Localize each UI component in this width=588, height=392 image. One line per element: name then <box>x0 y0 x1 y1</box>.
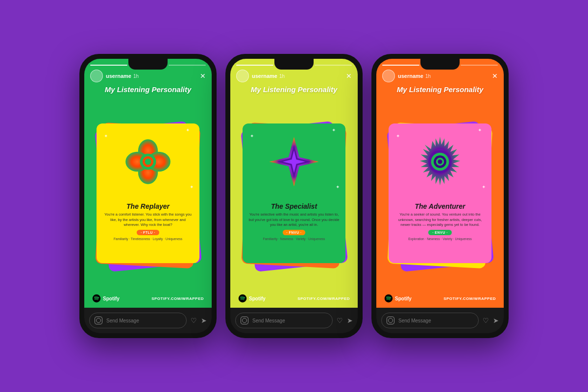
personality-traits-3: Exploration · Newness · Variety · Unique… <box>408 237 472 241</box>
progress-bar2-3 <box>315 65 352 66</box>
heart-icon-3[interactable]: ♡ <box>483 317 489 324</box>
spotify-footer-1: Spotify SPOTIFY.COM/WRAPPED <box>90 294 206 303</box>
personality-traits-2: Familiarity · Newness · Variety · Unique… <box>263 237 325 241</box>
spotify-label-2: Spotify <box>249 296 266 301</box>
spotify-logo-3: Spotify <box>384 294 412 303</box>
username-time-1: username 1h <box>106 73 197 79</box>
avatar-3 <box>382 70 395 82</box>
heart-icon-2[interactable]: ♡ <box>337 317 343 324</box>
spotify-icon-3 <box>384 294 393 303</box>
phone-bottom-1: Send Message ♡ ➤ <box>84 308 212 333</box>
story-username-2: username <box>252 73 277 79</box>
personality-desc-3: You're a seeker of sound. You venture ou… <box>394 212 486 228</box>
sparkle-7: ✦ <box>478 127 482 133</box>
avatar-1 <box>90 70 103 82</box>
personality-code-3: · ENVU · <box>428 230 451 235</box>
personality-name-1: The Replayer <box>126 202 170 210</box>
card-stack-1: ✦ ✦ ✦ <box>90 98 206 289</box>
phone-screen-2: username 1h ✕ My Listening Personality ✦… <box>230 59 358 333</box>
card-text-area-1: The Replayer You're a comfort listener. … <box>97 199 199 263</box>
story-area-2: username 1h ✕ My Listening Personality ✦… <box>230 59 358 308</box>
story-time-1: 1h <box>133 74 139 79</box>
personality-code-1: · FTLU · <box>137 230 159 235</box>
camera-icon-1 <box>95 317 102 324</box>
sparkle-6: ✦ <box>336 184 340 190</box>
sparkle-3: ✦ <box>190 184 194 190</box>
spotify-label-1: Spotify <box>103 296 120 301</box>
card-stack-2: ✦ ✦ ✦ <box>236 98 352 289</box>
personality-traits-1: Familiarity · Timelessness · Loyalty · U… <box>114 237 182 241</box>
burst-icon <box>413 135 467 189</box>
story-header-1: username 1h ✕ <box>90 70 206 82</box>
message-input-3[interactable]: Send Message <box>381 313 479 328</box>
card-front-2: ✦ ✦ ✦ <box>243 123 345 263</box>
progress-bar2-1 <box>236 65 273 66</box>
progress-bar3-3 <box>461 65 498 66</box>
story-area-1: username 1h ✕ My Listening Personality ✦… <box>84 59 212 308</box>
card-illustration-2: ✦ ✦ ✦ <box>243 123 345 199</box>
spotify-logo-1: Spotify <box>92 294 120 303</box>
phones-container: username 1h ✕ My Listening Personality ✦… <box>79 54 509 338</box>
sparkle-1: ✦ <box>186 127 190 133</box>
send-icon-3[interactable]: ➤ <box>493 317 499 324</box>
card-illustration-3: ✦ ✦ ✦ <box>389 123 491 199</box>
story-header-3: username 1h ✕ <box>382 70 498 82</box>
card-text-area-3: The Adventurer You're a seeker of sound.… <box>389 199 491 263</box>
spotify-icon-2 <box>238 294 247 303</box>
phone-3: username 1h ✕ My Listening Personality ✦… <box>371 54 509 338</box>
camera-icon-2 <box>241 317 248 324</box>
svg-point-17 <box>438 159 442 164</box>
send-icon-2[interactable]: ➤ <box>347 317 353 324</box>
message-input-2[interactable]: Send Message <box>235 313 333 328</box>
phone-screen-3: username 1h ✕ My Listening Personality ✦… <box>376 59 504 333</box>
spotify-url-2: SPOTIFY.COM/WRAPPED <box>297 296 350 301</box>
send-message-text-1: Send Message <box>106 318 181 323</box>
spotify-footer-2: Spotify SPOTIFY.COM/WRAPPED <box>236 294 352 303</box>
send-message-text-3: Send Message <box>398 318 473 323</box>
close-button-3[interactable]: ✕ <box>492 73 498 79</box>
card-illustration-1: ✦ ✦ ✦ <box>97 123 199 199</box>
username-time-3: username 1h <box>398 73 489 79</box>
story-header-2: username 1h ✕ <box>236 70 352 82</box>
personality-desc-2: You're selective with the music and arti… <box>248 212 340 228</box>
spotify-label-3: Spotify <box>395 296 412 301</box>
message-input-1[interactable]: Send Message <box>89 313 187 328</box>
story-title-2: My Listening Personality <box>236 85 352 94</box>
progress-bar-3 <box>169 65 206 66</box>
story-title-3: My Listening Personality <box>382 85 498 94</box>
heart-icon-1[interactable]: ♡ <box>191 317 197 324</box>
send-message-text-2: Send Message <box>252 318 327 323</box>
story-area-3: username 1h ✕ My Listening Personality ✦… <box>376 59 504 308</box>
phone-bottom-3: Send Message ♡ ➤ <box>376 308 504 333</box>
camera-icon-3 <box>387 317 394 324</box>
sparkle-9: ✦ <box>482 184 486 190</box>
progress-bar3-1 <box>382 65 419 66</box>
close-button-1[interactable]: ✕ <box>200 73 206 79</box>
spotify-footer-3: Spotify SPOTIFY.COM/WRAPPED <box>382 294 498 303</box>
phone-notch <box>128 59 168 70</box>
story-time-3: 1h <box>425 74 431 79</box>
story-title-1: My Listening Personality <box>90 85 206 94</box>
personality-name-3: The Adventurer <box>415 202 466 210</box>
phone-2: username 1h ✕ My Listening Personality ✦… <box>225 54 363 338</box>
card-stack-3: ✦ ✦ ✦ <box>382 98 498 289</box>
svg-point-6 <box>145 158 151 165</box>
sparkle-4: ✦ <box>332 127 336 133</box>
spotify-logo-2: Spotify <box>238 294 266 303</box>
close-button-2[interactable]: ✕ <box>346 73 352 79</box>
story-username-3: username <box>398 73 423 79</box>
phone-notch-3 <box>420 59 460 70</box>
svg-marker-10 <box>283 150 305 173</box>
phone-bottom-2: Send Message ♡ ➤ <box>230 308 358 333</box>
sparkle-8: ✦ <box>396 133 400 139</box>
personality-name-2: The Specialist <box>271 202 317 210</box>
phone-screen-1: username 1h ✕ My Listening Personality ✦… <box>84 59 212 333</box>
spotify-url-1: SPOTIFY.COM/WRAPPED <box>151 296 204 301</box>
phone-notch-2 <box>274 59 314 70</box>
spotify-url-3: SPOTIFY.COM/WRAPPED <box>443 296 496 301</box>
phone-1: username 1h ✕ My Listening Personality ✦… <box>79 54 217 338</box>
card-front-1: ✦ ✦ ✦ <box>97 123 199 263</box>
username-time-2: username 1h <box>252 73 343 79</box>
send-icon-1[interactable]: ➤ <box>201 317 207 324</box>
spotify-icon-1 <box>92 294 101 303</box>
